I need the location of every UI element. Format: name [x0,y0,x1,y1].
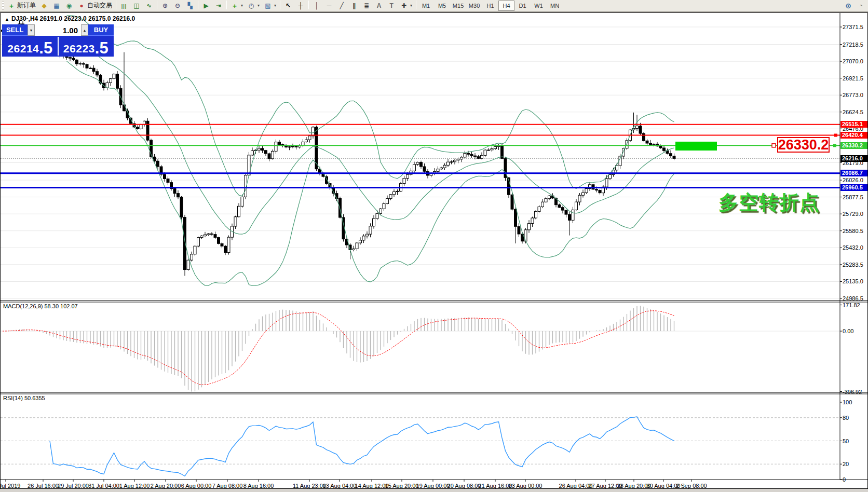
candle-down [86,64,88,68]
candle-up [359,240,362,243]
candle-up [191,254,193,260]
rsi-line [50,417,674,476]
candle-down [76,60,78,64]
sell-button[interactable]: SELL [2,24,28,36]
chart-canvas[interactable] [1,13,867,488]
candle-up [528,223,531,229]
panel-divider [58,37,59,56]
candle-chart-button[interactable]: ◫ [130,0,143,11]
price-axis-label: 25135.0 [843,278,863,285]
timeframe-button-h1[interactable]: H1 [482,1,498,11]
bar-chart-button[interactable]: ||| [118,1,130,12]
price-callout-label[interactable]: 26330.2 [777,137,830,153]
hline-button[interactable]: ─ [323,0,335,11]
candle-down [268,154,270,159]
buy-button[interactable]: BUY [88,24,114,36]
volume-increase-button[interactable]: ▲ [81,24,88,36]
volume-input[interactable] [35,24,81,36]
tile-windows-button[interactable]: ▚ [184,0,196,11]
candle-up [288,147,291,147]
zoom-in-button[interactable]: ⊕ [159,0,171,11]
timeframe-button-d1[interactable]: D1 [514,1,531,11]
candle-up [531,218,534,223]
timeframe-button-m30[interactable]: M30 [466,1,482,11]
periods-icon: ◴ [247,2,255,10]
candle-up [460,157,463,159]
candle-down [673,156,675,159]
timeframe-button-m15[interactable]: M15 [450,1,466,11]
candle-up [484,150,486,155]
timeframe-button-h4[interactable]: H4 [498,1,514,11]
rsi-label: RSI(14) 50.6355 [3,395,45,401]
cursor-button[interactable]: ↖ [282,0,294,11]
trendline-button[interactable]: ╱ [335,0,348,11]
chart-shift-button[interactable]: ⇥ [212,0,225,11]
arrows-button[interactable]: ✚▾ [398,0,414,11]
templates-button-dropdown-icon[interactable]: ▾ [274,3,276,8]
new-order-icon: ＋ [7,2,16,10]
indicators-button-dropdown-icon[interactable]: ▾ [241,3,243,8]
candle-up [258,148,261,150]
market-watch-button[interactable]: ▦ [50,0,63,11]
main-toolbar: ＋新订单◆▦◉●自动交易|||◫∿⊕⊖▚▶⇥＋▾◴▾▧▾↖┼│─╱∥≣AT✚▾ … [0,0,868,12]
toolbar-grip[interactable] [2,2,4,10]
new-order-button[interactable]: ＋新订单 [5,0,38,11]
candle-up [609,174,612,179]
trendline-icon: ╱ [337,2,346,10]
candle-up [393,192,396,194]
candle-up [369,226,372,234]
candle-down [595,189,598,190]
periods-button-dropdown-icon[interactable]: ▾ [257,3,260,8]
autotrading-button[interactable]: ●自动交易 [75,0,114,11]
chart-annotation-text[interactable]: 多空转折点 [718,189,820,216]
candle-down [470,154,473,156]
chat-icon[interactable]: ◔ [857,2,865,10]
buy-price-pips: .5 [95,42,108,55]
auto-scroll-button[interactable]: ▶ [200,0,212,11]
price-axis-badge: 25960.5 [840,184,867,191]
tile-windows-icon: ▚ [186,2,194,10]
macd-axis-label: 171.82 [843,302,860,309]
candle-down [211,234,213,234]
volume-decrease-button[interactable]: ▼ [28,24,35,36]
collapse-panel-icon[interactable]: ▲ [5,17,9,22]
vline-button[interactable]: │ [310,0,323,11]
sell-price[interactable]: 26214 .5 [2,36,58,57]
price-axis-label: 24986.5 [843,295,863,302]
candle-down [261,148,264,151]
candle-up [487,150,490,151]
templates-button[interactable]: ▧▾ [262,0,278,11]
arrows-button-dropdown-icon[interactable]: ▾ [410,3,412,8]
line-chart-button[interactable]: ∿ [143,0,155,11]
zoom-out-button[interactable]: ⊖ [171,0,184,11]
line-chart-icon: ∿ [145,2,153,10]
channel-button[interactable]: ∥ [348,0,360,11]
cursor-icon: ↖ [284,2,292,10]
periods-button[interactable]: ◴▾ [245,0,262,11]
candle-up [413,165,416,171]
timeframe-button-w1[interactable]: W1 [531,1,547,11]
candle-down [467,153,470,154]
indicators-button[interactable]: ＋▾ [228,0,245,11]
toolbar-buttons: ＋新订单◆▦◉●自动交易|||◫∿⊕⊖▚▶⇥＋▾◴▾▧▾↖┼│─╱∥≣AT✚▾ [5,0,418,12]
buy-price[interactable]: 26223 .5 [58,36,114,57]
signals-button[interactable]: ◉ [63,0,75,11]
search-icon[interactable]: ⊙ [844,2,852,10]
price-axis-label: 26624.5 [843,109,863,116]
fibonacci-button[interactable]: ≣ [360,0,373,11]
profiles-button[interactable]: ◆ [38,0,50,11]
chart-window[interactable]: 27371.527218.527070.026921.526773.026624… [0,12,868,489]
price-axis-badge: 26420.4 [840,132,867,139]
crosshair-button[interactable]: ┼ [294,0,307,11]
text-button[interactable]: A [373,0,385,11]
timeframe-button-m1[interactable]: M1 [418,1,434,11]
timeframe-button-mn[interactable]: MN [547,1,563,11]
candle-up [605,179,608,187]
candle-down [420,162,423,167]
templates-icon: ▧ [264,2,272,10]
timeframe-button-m5[interactable]: M5 [434,1,450,11]
candle-up [386,199,389,204]
text-label-button[interactable]: T [385,0,398,11]
candle-up [548,196,551,198]
candle-up [443,165,446,168]
